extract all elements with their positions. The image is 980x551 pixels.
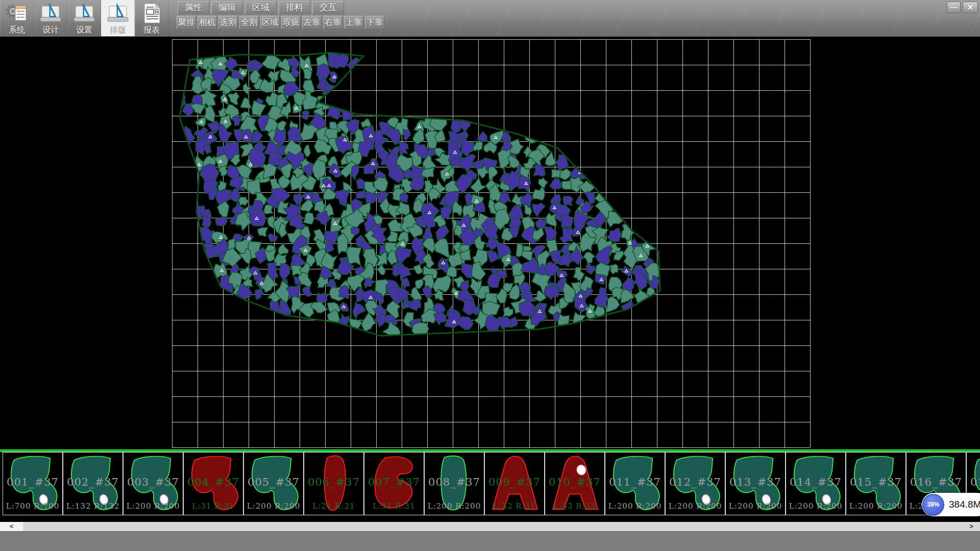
module-button-report[interactable]: 报表 (135, 0, 168, 36)
piece-thumbnail-004_#37[interactable]: 004_#37L:31 R:31 (183, 452, 243, 515)
menu-button-1[interactable]: 属性 (178, 1, 209, 14)
piece-thumbnail-007_#37[interactable]: 007_#37L:31 R:31 (364, 452, 424, 515)
ribbon-toolbar: 系统 设计 设置 (0, 0, 980, 37)
horizontal-scrollbar[interactable]: < > (0, 522, 980, 531)
piece-thumbnail-013_#37[interactable]: 013_#37L:200 R:200 (725, 452, 786, 515)
close-icon: ✕ (967, 3, 974, 12)
report-icon (140, 2, 163, 24)
scroll-right-button[interactable]: > (964, 522, 979, 531)
nesting-canvas[interactable] (0, 37, 980, 449)
module-label: 报表 (135, 25, 168, 36)
piece-shape (546, 454, 603, 514)
module-button-system[interactable]: 系统 (0, 0, 34, 36)
progress-percent: 38% (927, 501, 939, 508)
nesting-icon (106, 2, 130, 24)
nesting-viewport[interactable] (0, 37, 980, 449)
menu-button-3[interactable]: 区域 (245, 1, 277, 14)
piece-thumbnail-005_#37[interactable]: 005_#37L:200 R:200 (243, 452, 304, 515)
tool-button-7[interactable]: 左靠 (302, 16, 322, 29)
module-button-settings[interactable]: 设置 (67, 0, 101, 36)
piece-thumbnail-008_#37[interactable]: 008_#37L:200 R:200 (424, 452, 484, 515)
piece-thumbnail-strip: 001_#37L:700 R:700002_#37L:132 R:132003_… (0, 452, 980, 515)
piece-thumbnail-002_#37[interactable]: 002_#37L:132 R:132 (63, 452, 123, 515)
tool-button-6[interactable]: 瑕疵 (281, 16, 301, 29)
system-icon (5, 2, 29, 24)
tool-button-8[interactable]: 右靠 (323, 16, 342, 29)
piece-shape (787, 454, 844, 514)
module-button-nesting[interactable]: 排版 (101, 0, 135, 36)
piece-thumbnail-011_#37[interactable]: 011_#37L:200 R:200 (605, 452, 665, 515)
piece-shape (4, 454, 61, 514)
minimize-button[interactable]: — (947, 2, 961, 13)
tool-button-2[interactable]: 相机 (198, 16, 217, 29)
module-label: 排版 (102, 25, 134, 36)
piece-shape (426, 454, 483, 514)
piece-thumbnail-009_#37[interactable]: 009_#37L:32 R:31 (484, 452, 545, 515)
status-bar (0, 531, 980, 551)
settings-icon (72, 2, 96, 24)
design-icon (39, 2, 62, 24)
piece-thumbnail-010_#37[interactable]: 010_#37L:33 R:33 (545, 452, 605, 515)
module-label: 设置 (68, 25, 101, 36)
piece-thumbnail-001_#37[interactable]: 001_#37L:700 R:700 (3, 452, 63, 515)
piece-thumbnail-003_#37[interactable]: 003_#37L:200 R:200 (123, 452, 183, 515)
nested-pieces-layer (177, 49, 662, 339)
progress-circle: 38% (922, 494, 944, 516)
tool-button-3[interactable]: 选割 (218, 16, 238, 29)
menu-button-4[interactable]: 排料 (279, 1, 310, 14)
memory-usage-badge[interactable]: 38% 384.8M (922, 493, 980, 516)
menu-button-2[interactable]: 编辑 (211, 1, 243, 14)
piece-shape (305, 454, 362, 514)
scroll-left-button[interactable]: < (0, 522, 23, 531)
piece-shape (606, 454, 664, 514)
tool-button-1[interactable]: 聚排 (177, 16, 196, 29)
module-label: 系统 (1, 25, 33, 36)
piece-shape (125, 454, 182, 514)
application-window: 系统 设计 设置 (0, 0, 980, 551)
tool-button-5[interactable]: 区域 (260, 16, 280, 29)
piece-shape (365, 454, 423, 514)
module-button-design[interactable]: 设计 (34, 0, 67, 36)
memory-size-label: 384.8M (949, 499, 980, 510)
piece-thumbnail-012_#37[interactable]: 012_#37L:200 R:200 (665, 452, 725, 515)
piece-shape (847, 454, 904, 514)
piece-shape (64, 454, 121, 514)
piece-shape (245, 454, 302, 514)
piece-shape (486, 454, 543, 514)
minimize-icon: — (950, 3, 958, 12)
tool-button-4[interactable]: 全割 (239, 16, 259, 29)
piece-thumbnail-014_#37[interactable]: 014_#37L:200 R:200 (786, 452, 846, 515)
scroll-right-icon: > (969, 522, 973, 530)
piece-shape (727, 454, 784, 514)
close-button[interactable]: ✕ (963, 2, 978, 13)
piece-thumbnail-015_#37[interactable]: 015_#37L:200 R:200 (846, 452, 906, 515)
menu-button-5[interactable]: 交互 (312, 1, 344, 14)
tool-button-9[interactable]: 上靠 (344, 16, 363, 29)
scroll-left-icon: < (10, 522, 14, 530)
tool-button-10[interactable]: 下靠 (365, 16, 384, 29)
piece-thumbnail-006_#37[interactable]: 006_#37L:21 R:21 (304, 452, 364, 515)
piece-shape (667, 454, 724, 514)
piece-shape (185, 454, 242, 514)
module-label: 设计 (34, 25, 67, 36)
